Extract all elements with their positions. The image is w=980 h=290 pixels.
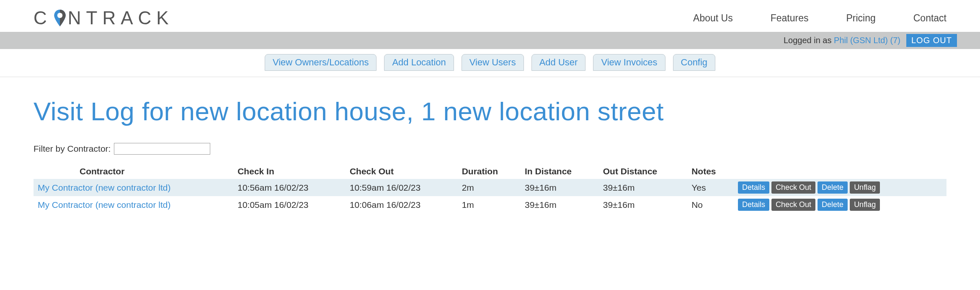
cell-duration: 1m <box>458 196 521 213</box>
row-actions: Details Check Out Delete Unflag <box>738 181 942 194</box>
cell-duration: 2m <box>458 179 521 196</box>
logout-button[interactable]: LOG OUT <box>906 34 957 47</box>
top-nav: About Us Features Pricing Contact <box>693 13 946 24</box>
col-indistance: In Distance <box>521 164 599 179</box>
cell-indist: 39±16m <box>521 196 599 213</box>
tab-add-location[interactable]: Add Location <box>384 54 454 71</box>
delete-button[interactable]: Delete <box>818 199 848 211</box>
col-duration: Duration <box>458 164 521 179</box>
cell-notes: No <box>687 196 734 213</box>
checkout-button[interactable]: Check Out <box>771 199 815 211</box>
status-bar: Logged in as Phil (GSN Ltd) (7) LOG OUT <box>0 32 980 49</box>
tab-view-users[interactable]: View Users <box>462 54 524 71</box>
table-row: My Contractor (new contractor ltd) 10:05… <box>34 196 946 213</box>
unflag-button[interactable]: Unflag <box>850 181 880 194</box>
row-actions: Details Check Out Delete Unflag <box>738 199 942 211</box>
col-checkin: Check In <box>233 164 346 179</box>
tab-view-owners[interactable]: View Owners/Locations <box>265 54 377 71</box>
status-text: Logged in as Phil (GSN Ltd) (7) <box>784 36 900 45</box>
tab-config[interactable]: Config <box>673 54 716 71</box>
checkout-button[interactable]: Check Out <box>771 181 815 194</box>
nav-features[interactable]: Features <box>771 13 809 24</box>
filter-input[interactable] <box>114 143 210 155</box>
tab-row: View Owners/Locations Add Location View … <box>0 50 980 77</box>
col-contractor: Contractor <box>34 164 233 179</box>
filter-label: Filter by Contractor: <box>34 144 111 154</box>
page-title: Visit Log for new location house, 1 new … <box>34 96 946 126</box>
visit-log-table: Contractor Check In Check Out Duration I… <box>34 164 946 213</box>
user-link[interactable]: Phil (GSN Ltd) (7) <box>834 36 900 45</box>
header: C NTRACK About Us Features Pricing Conta… <box>0 0 980 32</box>
cell-notes: Yes <box>687 179 734 196</box>
cell-checkin: 10:05am 16/02/23 <box>233 196 346 213</box>
table-row: My Contractor (new contractor ltd) 10:56… <box>34 179 946 196</box>
cell-indist: 39±16m <box>521 179 599 196</box>
contractor-link[interactable]: My Contractor (new contractor ltd) <box>38 200 170 210</box>
nav-about[interactable]: About Us <box>693 13 733 24</box>
details-button[interactable]: Details <box>738 181 769 194</box>
cell-outdist: 39±16m <box>599 196 687 213</box>
status-pre: Logged in as <box>784 36 834 45</box>
svg-point-0 <box>57 13 63 18</box>
nav-contact[interactable]: Contact <box>913 13 946 24</box>
logo: C NTRACK <box>34 8 174 28</box>
cell-checkin: 10:56am 16/02/23 <box>233 179 346 196</box>
contractor-link[interactable]: My Contractor (new contractor ltd) <box>38 183 170 192</box>
col-outdistance: Out Distance <box>599 164 687 179</box>
tab-view-invoices[interactable]: View Invoices <box>593 54 665 71</box>
cell-checkout: 10:59am 16/02/23 <box>346 179 458 196</box>
col-checkout: Check Out <box>346 164 458 179</box>
cell-outdist: 39±16m <box>599 179 687 196</box>
details-button[interactable]: Details <box>738 199 769 211</box>
logo-text-post: NTRACK <box>68 8 174 28</box>
tab-add-user[interactable]: Add User <box>531 54 586 71</box>
filter-row: Filter by Contractor: <box>34 143 946 155</box>
nav-pricing[interactable]: Pricing <box>846 13 875 24</box>
cell-checkout: 10:06am 16/02/23 <box>346 196 458 213</box>
delete-button[interactable]: Delete <box>818 181 848 194</box>
map-pin-icon <box>54 10 66 26</box>
table-header-row: Contractor Check In Check Out Duration I… <box>34 164 946 179</box>
logo-text-pre: C <box>34 8 52 28</box>
unflag-button[interactable]: Unflag <box>850 199 880 211</box>
main: Visit Log for new location house, 1 new … <box>0 77 980 225</box>
col-notes: Notes <box>687 164 734 179</box>
